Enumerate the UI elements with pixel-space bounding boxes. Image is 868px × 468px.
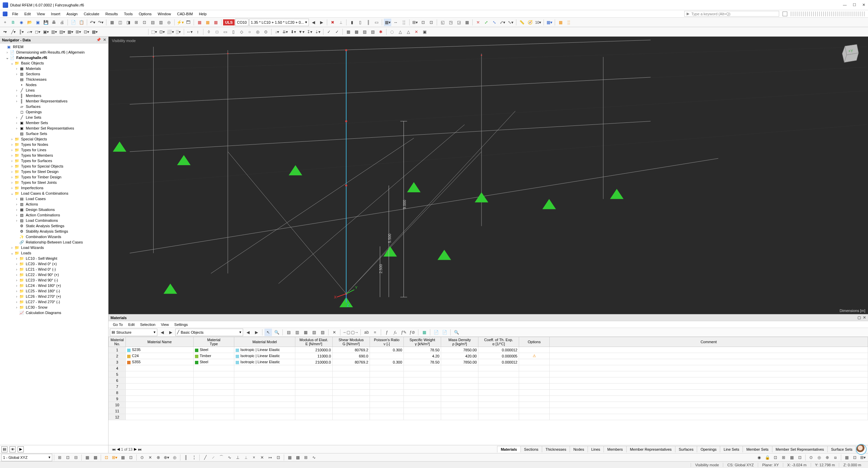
proj2-icon[interactable]: ⊡ <box>419 19 427 26</box>
tree-load-4[interactable]: ›📁LC23 - Wind 90° (-) <box>0 277 108 283</box>
proj-icon[interactable]: ⊞▾ <box>411 19 419 26</box>
close-doc-button[interactable]: ◉ <box>18 19 25 26</box>
axes-icon[interactable]: ⤧ <box>474 19 482 26</box>
tree-load-6[interactable]: ›📁LC25 - Wind 180° (-) <box>0 288 108 294</box>
menu-results[interactable]: Results <box>103 11 121 17</box>
bt-6-icon[interactable]: ⊡ <box>103 454 110 461</box>
snap6-icon[interactable]: ○ <box>246 28 253 36</box>
tab-openings[interactable]: Openings <box>697 446 720 452</box>
ptool-basicobj-dropdown[interactable]: ╱ Basic Objects▾ <box>175 329 243 336</box>
menu-insert[interactable]: Insert <box>48 11 63 17</box>
ruler-icon[interactable]: 📏 <box>518 19 526 26</box>
navtab-video-icon[interactable]: ▶ <box>18 446 24 452</box>
bt-3-icon[interactable]: ⊟ <box>72 454 80 461</box>
view8-button[interactable]: ◎ <box>165 19 173 26</box>
view5-button[interactable]: ⊡ <box>141 19 148 26</box>
tree-group-5[interactable]: ›📁Types for Special Objects <box>0 163 108 169</box>
copy-button[interactable]: 📄 <box>70 19 77 26</box>
col-G[interactable]: Shear Modulus G [N/mm²] <box>333 337 370 347</box>
dz1-icon[interactable]: ◌ <box>388 28 396 36</box>
bt-1-icon[interactable]: ⊞ <box>56 454 63 461</box>
tree-basic-4[interactable]: ›╱Lines <box>0 87 108 93</box>
tree-basic-11[interactable]: ›▣Member Set Representatives <box>0 125 108 131</box>
bt-s9-icon[interactable]: ⊕ <box>824 454 831 461</box>
tree-group-6[interactable]: ›📁Types for Steel Design <box>0 169 108 174</box>
minimize-button[interactable]: — <box>843 3 847 7</box>
bt-s4-icon[interactable]: ⊞ <box>780 454 787 461</box>
snap1-icon[interactable]: ◊ <box>205 28 213 36</box>
saveall-button[interactable]: 🖶 <box>50 19 58 26</box>
cube4-icon[interactable]: ▦ <box>463 19 471 26</box>
ptool-del-icon[interactable]: ✕ <box>331 329 338 336</box>
tab-nodes[interactable]: Nodes <box>570 446 588 452</box>
tree-lcc-2[interactable]: ›▦Design Situations <box>0 207 108 212</box>
menu-assign[interactable]: Assign <box>64 11 80 17</box>
mesh1-icon[interactable]: ▦ <box>344 28 352 36</box>
table-row[interactable]: 3 S355 Steel Isotropic | Linear Elastic … <box>109 359 868 365</box>
combo-case-dropdown[interactable]: CO10 <box>235 19 249 26</box>
tree-load-0[interactable]: ›📁LC10 - Self-Weight <box>0 256 108 261</box>
pmenu-edit[interactable]: Edit <box>126 322 137 327</box>
bt-18-icon[interactable]: ⟋ <box>210 454 217 461</box>
navigator-close-icon[interactable]: ✕ <box>103 38 106 42</box>
menu-help[interactable]: Help <box>196 11 210 17</box>
mesh5-icon[interactable]: ✱ <box>377 28 384 36</box>
tree-group-0[interactable]: ›📁Special Objects <box>0 136 108 142</box>
dz4-icon[interactable]: ✕ <box>413 28 420 36</box>
col-model[interactable]: Material Model <box>234 337 295 347</box>
ptool-next-icon[interactable]: ▶ <box>167 329 174 336</box>
pmenu-selection[interactable]: Selection <box>138 322 158 327</box>
col-opt[interactable]: Options <box>519 337 550 347</box>
tree-group-3[interactable]: ›📁Types for Members <box>0 153 108 158</box>
table-row[interactable]: 8 <box>109 390 868 396</box>
col-name[interactable]: Material Name <box>126 337 194 347</box>
navtab-display-icon[interactable]: 👁 <box>9 446 16 452</box>
sel3-icon[interactable]: ⬜▾ <box>166 28 174 36</box>
bt-28-icon[interactable]: ▩ <box>294 454 301 461</box>
tree-basic-7[interactable]: ▱Surfaces <box>0 104 108 109</box>
bt-16-icon[interactable]: ╎ <box>190 454 198 461</box>
tree-model2[interactable]: ⌄📄Fahrzeughalle.rf6 <box>0 55 108 60</box>
tree-lcc-8[interactable]: 🔗Relationship Between Load Cases <box>0 239 108 245</box>
pin-icon[interactable]: ✖ <box>329 19 336 26</box>
tree-group-2[interactable]: ›📁Types for Lines <box>0 147 108 153</box>
close-button[interactable]: ✕ <box>862 3 865 7</box>
bt-11-icon[interactable]: ✕ <box>146 454 154 461</box>
bt-s5-icon[interactable]: ▦ <box>788 454 795 461</box>
bt-s11-icon[interactable]: ▦ <box>843 454 850 461</box>
dim-icon[interactable]: ↔▾ <box>186 28 193 36</box>
cube2-icon[interactable]: ◳ <box>447 19 454 26</box>
calc-button[interactable]: ⚡▾ <box>176 19 184 26</box>
tab-thicknesses[interactable]: Thicknesses <box>542 446 570 452</box>
set-icon[interactable]: ▥▾ <box>50 28 58 36</box>
col-E[interactable]: Modulus of Elast. E [N/mm²] <box>295 337 333 347</box>
tab-member-set-representatives[interactable]: Member Set Representatives <box>772 446 828 452</box>
assistant-avatar[interactable] <box>856 444 867 455</box>
tree-group-8[interactable]: ›📁Types for Steel Joints <box>0 180 108 185</box>
menu-file[interactable]: File <box>9 11 21 17</box>
table-row[interactable]: 10 <box>109 402 868 408</box>
sec2-icon[interactable]: ▯ <box>356 19 364 26</box>
bt-4-icon[interactable]: ▦ <box>83 454 91 461</box>
col-cte[interactable]: Coeff. of Th. Exp. α [1/°C] <box>478 337 519 347</box>
app-icon[interactable] <box>3 12 7 16</box>
table-row[interactable]: 7 <box>109 384 868 390</box>
member-icon[interactable]: ║▾ <box>18 28 25 36</box>
tab-surfaces[interactable]: Surfaces <box>675 446 697 452</box>
sel2-icon[interactable]: ⊡▾ <box>158 28 166 36</box>
tree-lcc-7[interactable]: ✨Combination Wizards <box>0 234 108 239</box>
tree-load-8[interactable]: ›📁LC27 - Wind 270° (-) <box>0 299 108 305</box>
tree-lcc-5[interactable]: ⚙Static Analysis Settings <box>0 223 108 229</box>
table-row[interactable]: 6 <box>109 377 868 384</box>
menu-tools[interactable]: Tools <box>121 11 135 17</box>
menu-edit[interactable]: Edit <box>22 11 34 17</box>
snap3-icon[interactable]: ▭ <box>221 28 229 36</box>
bt-27-icon[interactable]: ▦ <box>286 454 293 461</box>
col-cmt[interactable]: Comment <box>550 337 868 347</box>
tree-load-2[interactable]: ›📁LC21 - Wind 0° (-) <box>0 267 108 272</box>
tab-first-icon[interactable]: ⏮ <box>112 447 116 451</box>
ptool-eq-icon[interactable]: = <box>371 329 379 336</box>
ptool-f3-icon[interactable]: ƒ⊘ <box>409 329 416 336</box>
ptool-f2-icon[interactable]: ƒ✎ <box>400 329 408 336</box>
set2-icon[interactable]: ▤▾ <box>58 28 66 36</box>
